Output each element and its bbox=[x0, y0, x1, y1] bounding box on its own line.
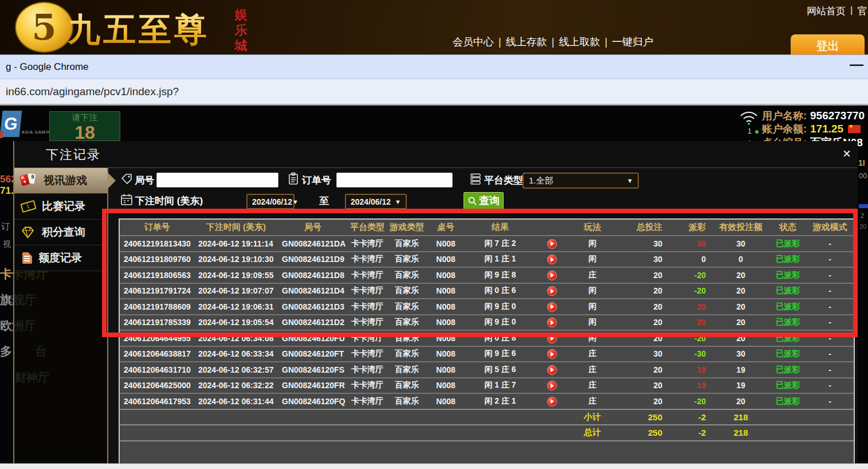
date-to-select[interactable]: 2024/06/12 ▼ bbox=[345, 194, 407, 209]
bg-fragment: 视 bbox=[3, 239, 11, 249]
cell-valid: 20 bbox=[712, 318, 769, 327]
logo-badge-char: 娱 bbox=[231, 7, 250, 22]
dialog-sidebar-lower bbox=[14, 271, 107, 463]
cell-platform: 卡卡湾厅 bbox=[348, 333, 387, 343]
bet-countdown-box: 请下注 18 bbox=[49, 111, 120, 141]
road-marker-1: 1 bbox=[748, 127, 752, 135]
cell-round: GN008246121D8 bbox=[278, 271, 348, 280]
cell-order: 240612191809760 bbox=[120, 255, 194, 264]
cell-round: GN008246120FR bbox=[278, 381, 348, 390]
bg-fragment: 71. bbox=[0, 185, 14, 197]
cell-wager: 庄 bbox=[568, 396, 617, 407]
cell-result: 闲 2 庄 1 bbox=[465, 396, 536, 407]
logout-button[interactable]: 登出 bbox=[791, 34, 865, 54]
top-link-1[interactable]: 官 bbox=[857, 5, 867, 18]
cell-valid: 20 bbox=[712, 302, 769, 311]
cell-wager: 闲 bbox=[568, 254, 617, 264]
cell-total: 20 bbox=[617, 397, 669, 406]
user-name-label: 用户名称: bbox=[762, 109, 807, 123]
cell-wager: 闲 bbox=[568, 333, 617, 343]
bg-fragment: 订 bbox=[1, 221, 10, 232]
address-bar[interactable]: in66.com/agingame/pcv1/index.jsp? bbox=[0, 79, 868, 105]
cell-mode: - bbox=[806, 349, 854, 358]
play-video-button[interactable] bbox=[547, 349, 557, 359]
search-icon bbox=[468, 196, 477, 206]
minimize-icon[interactable]: — bbox=[850, 56, 863, 72]
sidebar-item-0[interactable]: 9K♥视讯游戏 bbox=[14, 168, 107, 194]
cell-valid: 20 bbox=[712, 397, 769, 406]
nav-item-0[interactable]: 会员中心 bbox=[453, 35, 494, 49]
ticket-icon bbox=[20, 200, 36, 213]
green-dot bbox=[755, 130, 759, 134]
logo-badge: 娱乐城 bbox=[231, 5, 250, 54]
cell-status: 已派彩 bbox=[769, 270, 806, 280]
sidebar-item-label: 积分查询 bbox=[42, 225, 85, 240]
nav-item-3[interactable]: 一键归户 bbox=[612, 35, 653, 49]
summary-cell-10: -2 bbox=[669, 428, 712, 437]
date-to-label: 至 bbox=[319, 194, 329, 208]
play-video-button[interactable] bbox=[547, 381, 557, 390]
platform-select[interactable]: 1.全部 ▼ bbox=[523, 173, 639, 189]
play-video-button[interactable] bbox=[547, 318, 557, 327]
sidebar-item-3[interactable]: 额度记录 bbox=[14, 245, 107, 271]
cell-order: 240612064631710 bbox=[120, 365, 194, 374]
top-link-0[interactable]: 网站首页 bbox=[807, 5, 846, 18]
cell-time: 2024-06-12 06:34:08 bbox=[194, 334, 278, 343]
header-3: 平台类型 bbox=[348, 222, 387, 233]
ag-logo-red-mark bbox=[0, 131, 3, 138]
summary-cell-8: 总计 bbox=[568, 427, 617, 438]
play-video-button[interactable] bbox=[547, 255, 557, 264]
cell-round: GN008246120FT bbox=[278, 349, 348, 358]
nav-item-1[interactable]: 线上存款 bbox=[506, 35, 547, 49]
header-13: 游戏模式 bbox=[806, 222, 854, 233]
play-video-button[interactable] bbox=[547, 397, 557, 407]
round-id-input[interactable] bbox=[156, 173, 278, 187]
platform-list-icon bbox=[470, 173, 482, 187]
cell-time: 2024-06-12 06:32:57 bbox=[194, 365, 278, 374]
cell-round: GN008246121D9 bbox=[278, 255, 348, 264]
cell-result: 闲 5 庄 6 bbox=[465, 365, 536, 375]
cell-play bbox=[536, 317, 568, 327]
cell-time: 2024-06-12 19:07:07 bbox=[194, 286, 278, 295]
play-icon bbox=[551, 368, 554, 372]
cell-mode: - bbox=[806, 239, 854, 248]
summary-cell-11: 218 bbox=[712, 428, 769, 437]
cell-payout: 20 bbox=[669, 302, 712, 311]
cell-play bbox=[536, 365, 568, 375]
bet-table-header-row: 订单号下注时间 (美东)局号平台类型游戏类型桌号结果玩法总投注派彩有效投注额状态… bbox=[120, 220, 854, 235]
play-video-button[interactable] bbox=[547, 302, 557, 312]
cell-total: 20 bbox=[617, 381, 669, 390]
cell-game: 百家乐 bbox=[387, 302, 427, 312]
play-video-button[interactable] bbox=[547, 271, 557, 280]
nav-separator: | bbox=[494, 36, 506, 48]
cell-round: GN008246120FQ bbox=[278, 397, 348, 406]
cell-total: 30 bbox=[617, 239, 669, 248]
cell-mode: - bbox=[806, 334, 854, 343]
asia-gaming-logo-icon: G bbox=[0, 111, 22, 137]
cell-table: N008 bbox=[427, 334, 465, 343]
play-video-button[interactable] bbox=[547, 334, 557, 343]
logo-number: 5 bbox=[32, 6, 56, 48]
browser-title-bar: g - Google Chrome — bbox=[0, 54, 868, 79]
date-from-select[interactable]: 2024/06/12 ▼ bbox=[246, 194, 294, 209]
site-logo-icon[interactable]: 5 bbox=[15, 2, 73, 53]
china-flag-icon: ★ bbox=[848, 125, 861, 133]
close-icon[interactable]: × bbox=[843, 146, 851, 162]
play-icon bbox=[551, 384, 554, 388]
cell-order: 240612064638817 bbox=[120, 349, 194, 358]
play-video-button[interactable] bbox=[547, 286, 557, 296]
order-id-input[interactable] bbox=[336, 173, 453, 187]
cell-wager: 庄 bbox=[568, 365, 617, 375]
sidebar-item-1[interactable]: 比赛记录 bbox=[14, 194, 107, 220]
nav-item-2[interactable]: 线上取款 bbox=[559, 35, 600, 49]
cell-status: 已派彩 bbox=[769, 396, 806, 407]
query-button-label: 查询 bbox=[479, 194, 500, 208]
play-video-button[interactable] bbox=[547, 365, 557, 375]
platform-type-label: 平台类型 bbox=[484, 174, 523, 187]
play-video-button[interactable] bbox=[547, 239, 557, 249]
query-button[interactable]: 查询 bbox=[464, 192, 504, 209]
sidebar-item-2[interactable]: 积分查询 bbox=[14, 220, 107, 245]
top-links: 网站首页|官 bbox=[807, 5, 867, 18]
cell-mode: - bbox=[806, 318, 854, 327]
cell-play bbox=[536, 380, 568, 390]
